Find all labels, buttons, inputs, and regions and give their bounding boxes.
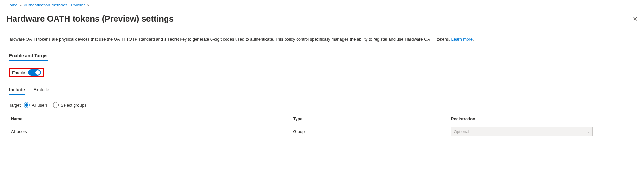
col-header-name: Name	[9, 116, 293, 121]
radio-select-groups[interactable]: Select groups	[53, 102, 86, 108]
radio-icon	[53, 102, 59, 108]
close-button[interactable]: ✕	[633, 16, 638, 22]
table-header: Name Type Registration	[9, 114, 640, 124]
description-period: .	[473, 37, 474, 42]
radio-all-users[interactable]: All users	[24, 102, 48, 108]
registration-dropdown[interactable]: Optional ⌄	[451, 127, 593, 136]
breadcrumb-auth-methods[interactable]: Authentication methods | Policies	[24, 3, 85, 7]
tab-include[interactable]: Include	[9, 85, 25, 95]
col-header-registration: Registration	[451, 116, 640, 121]
tab-exclude[interactable]: Exclude	[33, 85, 49, 95]
page-title: Hardware OATH tokens (Preview) settings	[6, 14, 174, 24]
radio-select-groups-label: Select groups	[61, 103, 86, 108]
breadcrumb-home[interactable]: Home	[6, 3, 18, 7]
chevron-right-icon: >	[87, 3, 89, 7]
radio-all-users-label: All users	[32, 103, 48, 108]
learn-more-link[interactable]: Learn more	[451, 37, 472, 42]
target-row: Target All users Select groups	[9, 102, 638, 108]
chevron-down-icon: ⌄	[587, 130, 590, 133]
page-title-group: Hardware OATH tokens (Preview) settings …	[6, 14, 185, 24]
more-actions-button[interactable]: ⋯	[180, 16, 185, 22]
cell-registration: Optional ⌄	[451, 127, 640, 136]
cell-name: All users	[9, 129, 293, 134]
enable-toggle-row: Enable	[9, 68, 44, 77]
chevron-right-icon: >	[20, 3, 22, 7]
breadcrumb: Home > Authentication methods | Policies…	[6, 3, 638, 7]
enable-toggle[interactable]	[28, 69, 41, 76]
description-text: Hardware OATH tokens are physical device…	[6, 37, 451, 42]
section-tabs: Enable and Target	[9, 51, 638, 61]
col-header-type: Type	[293, 116, 451, 121]
page-description: Hardware OATH tokens are physical device…	[6, 37, 638, 42]
target-label: Target	[9, 103, 21, 108]
tab-enable-and-target[interactable]: Enable and Target	[9, 51, 48, 61]
cell-type: Group	[293, 129, 451, 134]
targets-table: Name Type Registration All users Group O…	[9, 114, 640, 139]
table-row: All users Group Optional ⌄	[9, 124, 640, 139]
radio-icon	[24, 102, 30, 108]
toggle-knob	[35, 70, 40, 75]
page-header: Hardware OATH tokens (Preview) settings …	[6, 14, 638, 24]
dropdown-value: Optional	[454, 129, 469, 134]
enable-label: Enable	[12, 70, 25, 75]
include-exclude-tabs: Include Exclude	[9, 85, 638, 95]
